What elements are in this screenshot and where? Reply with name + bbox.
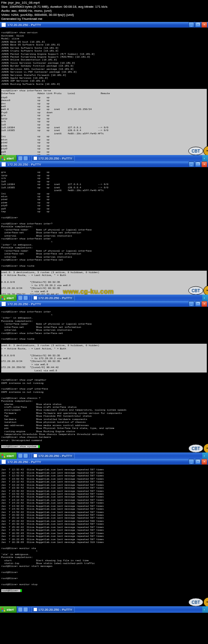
- start-button[interactable]: start: [0, 155, 17, 162]
- minimize-button[interactable]: _: [188, 459, 194, 465]
- term-route-header: inet.0: 3 destinations, 3 routes (3 acti…: [1, 271, 207, 278]
- svg-text:CBT: CBT: [192, 600, 200, 605]
- meta-size: Size: 10645063 bytes (9.71 MiB), duratio…: [1, 5, 207, 9]
- quick-launch[interactable]: [17, 607, 30, 612]
- show-desktop-icon[interactable]: [18, 607, 22, 612]
- putty-icon: [2, 302, 6, 306]
- thumbnail-tile-2: 172.20.20.250 - PuTTY _ ❐ × gre up up ip…: [0, 162, 208, 301]
- svg-point-9: [188, 444, 203, 452]
- meta-file: File: jnpr_jno_101_08.mp4: [1, 1, 207, 5]
- term-body-1: root@Olive> show interfaces inter ^ 'int…: [1, 310, 92, 340]
- meta-video: Video: h264, yuv420p, 800x600, 30.00 fps…: [1, 13, 207, 17]
- system-tray[interactable]: [202, 606, 208, 613]
- thumbnail-tile-1: 172.20.20.250 - PuTTY _ ❐ × root@Olive> …: [0, 22, 208, 162]
- svg-text:nuggets: nuggets: [206, 447, 208, 449]
- term-prompt: root@Olive> show system: [1, 445, 38, 448]
- window-title: 172.20.20.250 - PuTTY: [7, 460, 188, 464]
- quick-launch[interactable]: [17, 454, 30, 458]
- terminal-pane[interactable]: Jan 7 12:32:42 Olive.Nuggetlab.com last …: [0, 465, 208, 606]
- show-desktop-icon[interactable]: [18, 296, 22, 300]
- svg-text:CBT: CBT: [192, 446, 200, 451]
- close-button[interactable]: ×: [202, 22, 207, 28]
- system-tray[interactable]: [202, 295, 208, 301]
- thumbnail-tile-4: 172.20.20.250 - PuTTY _ ❐ × Jan 7 12:32:…: [0, 459, 208, 613]
- ie-icon[interactable]: [24, 156, 28, 160]
- term-route-body: 0.0.0.0/0 *[Static/5] 00:32:35 > to 172.…: [1, 351, 207, 373]
- window-title-bar[interactable]: 172.20.20.250 - PuTTY _ ❐ ×: [0, 22, 208, 28]
- cbt-nuggets-logo: CBTnuggets: [178, 594, 206, 605]
- window-title: 172.20.20.250 - PuTTY: [7, 302, 188, 306]
- media-info-header: File: jnpr_jno_101_08.mp4 Size: 10645063…: [0, 0, 208, 22]
- svg-point-12: [204, 597, 208, 606]
- start-button[interactable]: start: [0, 452, 17, 459]
- window-title: 172.20.20.250 - PuTTY: [7, 163, 188, 166]
- terminal-pane[interactable]: gre up up ipip up up irb up up lo0 up up…: [0, 167, 208, 295]
- putty-icon: [2, 162, 6, 166]
- thumbnail-tile-3: 172.20.20.250 - PuTTY _ ❐ × root@Olive> …: [0, 301, 208, 459]
- term-body-1: gre up up ipip up up irb up up lo0 up up…: [1, 171, 108, 267]
- system-tray[interactable]: [202, 155, 208, 162]
- window-title-bar[interactable]: 172.20.20.250 - PuTTY _ ❐ ×: [0, 162, 208, 167]
- taskbar[interactable]: start 172.20.20.250 - PuTTY: [0, 155, 208, 162]
- maximize-button[interactable]: ❐: [195, 459, 201, 465]
- term-route-body: 0.0.0.0/0 *[Static/5] 00:32:35 > to 172.…: [1, 278, 207, 295]
- meta-audio: Audio: aac, 48000 Hz, mono, (und): [1, 9, 207, 13]
- close-button[interactable]: ×: [202, 162, 207, 167]
- window-title-bar[interactable]: 172.20.20.250 - PuTTY _ ❐ ×: [0, 459, 208, 465]
- start-button[interactable]: start: [0, 295, 17, 301]
- minimize-button[interactable]: _: [188, 301, 194, 307]
- cursor: [38, 445, 40, 448]
- svg-point-13: [188, 598, 203, 606]
- cursor: [20, 589, 22, 592]
- cbt-nuggets-logo: CBTnuggets: [178, 440, 206, 451]
- ie-icon[interactable]: [24, 296, 28, 300]
- close-button[interactable]: ×: [202, 459, 207, 465]
- term-interfaces-body: cbp0 up up demux0 up up dsc up up em0 up…: [1, 96, 207, 155]
- taskbar-app-putty[interactable]: 172.20.20.250 - PuTTY: [31, 155, 74, 162]
- term-prompt: root@Olive>: [1, 589, 20, 592]
- term-body-2: root@Olive> show ospf neighbor OSPF inst…: [1, 379, 126, 442]
- window-title-bar[interactable]: 172.20.20.250 - PuTTY _ ❐ ×: [0, 301, 208, 307]
- terminal-pane[interactable]: root@Olive> show interfaces inter ^ 'int…: [0, 307, 208, 452]
- maximize-button[interactable]: ❐: [195, 162, 201, 167]
- maximize-button[interactable]: ❐: [195, 301, 201, 307]
- putty-icon: [2, 460, 6, 464]
- term-interfaces-header: root@Olive> show interfaces terse Interf…: [1, 89, 207, 96]
- show-desktop-icon[interactable]: [18, 156, 22, 160]
- taskbar[interactable]: start 172.20.20.250 - PuTTY: [0, 295, 208, 301]
- system-tray[interactable]: [202, 452, 208, 459]
- svg-text:nuggets: nuggets: [206, 601, 208, 603]
- quick-launch[interactable]: [17, 296, 30, 300]
- ie-icon[interactable]: [24, 454, 28, 458]
- term-version-output: root@Olive> show version Hostname: Olive…: [1, 31, 95, 85]
- show-desktop-icon[interactable]: [18, 454, 22, 458]
- term-log-body: Jan 7 12:32:42 Olive.Nuggetlab.com last …: [1, 468, 104, 586]
- terminal-pane[interactable]: root@Olive> show version Hostname: Olive…: [0, 28, 208, 155]
- meta-generated: Generated by Thumbnail me: [1, 17, 207, 21]
- taskbar-app-putty[interactable]: 172.20.20.250 - PuTTY: [31, 295, 74, 301]
- taskbar[interactable]: start 172.20.20.250 - PuTTY: [0, 452, 208, 459]
- quick-launch[interactable]: [17, 156, 30, 160]
- putty-icon: [2, 23, 6, 27]
- svg-point-8: [204, 444, 208, 452]
- ie-icon[interactable]: [24, 607, 28, 612]
- minimize-button[interactable]: _: [188, 22, 194, 28]
- taskbar-app-putty[interactable]: 172.20.20.250 - PuTTY: [31, 453, 74, 459]
- start-button[interactable]: start: [0, 606, 17, 613]
- taskbar-app-putty[interactable]: 172.20.20.250 - PuTTY: [31, 607, 74, 613]
- window-title: 172.20.20.250 - PuTTY: [7, 23, 188, 27]
- taskbar[interactable]: start 172.20.20.250 - PuTTY: [0, 606, 208, 613]
- minimize-button[interactable]: _: [188, 162, 194, 167]
- maximize-button[interactable]: ❐: [195, 22, 201, 28]
- term-route-header: inet.0: 3 destinations, 3 routes (3 acti…: [1, 344, 207, 351]
- close-button[interactable]: ×: [202, 301, 207, 307]
